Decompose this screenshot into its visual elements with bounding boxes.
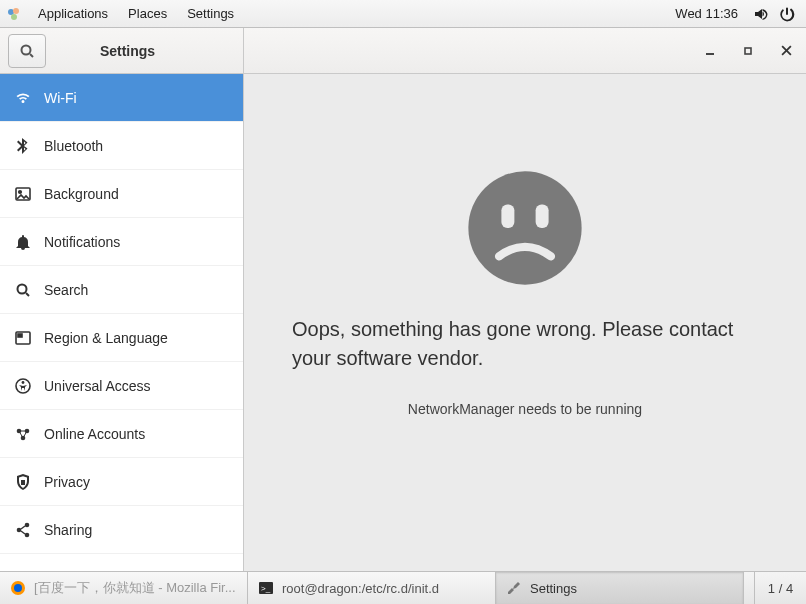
- window-title: Settings: [52, 43, 243, 59]
- error-detail: NetworkManager needs to be running: [292, 401, 758, 417]
- window-body: Wi-FiBluetoothBackgroundNotificationsSea…: [0, 74, 806, 571]
- power-icon[interactable]: [774, 6, 800, 22]
- svg-rect-14: [18, 334, 22, 337]
- svg-point-33: [14, 584, 22, 592]
- taskbar-item-label: root@dragon:/etc/rc.d/init.d: [282, 581, 439, 596]
- search-button[interactable]: [8, 34, 46, 68]
- svg-point-29: [468, 171, 581, 284]
- sidebar-item-label: Bluetooth: [44, 138, 103, 154]
- sidebar-item-region-language[interactable]: Region & Language: [0, 314, 243, 362]
- settings-tool-icon: [506, 580, 522, 596]
- bluetooth-icon: [14, 138, 32, 154]
- workspace-indicator[interactable]: 1 / 4: [754, 572, 806, 604]
- bell-icon: [14, 234, 32, 250]
- bottom-taskbar: [百度一下，你就知道 - Mozilla Fir...>_root@dragon…: [0, 571, 806, 604]
- privacy-icon: [14, 474, 32, 490]
- settings-sidebar: Wi-FiBluetoothBackgroundNotificationsSea…: [0, 74, 244, 571]
- titlebar-left: Settings: [0, 28, 244, 73]
- svg-point-24: [25, 522, 30, 527]
- sidebar-item-wi-fi[interactable]: Wi-Fi: [0, 74, 243, 122]
- sad-face-icon: [466, 169, 584, 287]
- sharing-icon: [14, 522, 32, 538]
- search-icon: [14, 282, 32, 298]
- svg-line-27: [21, 526, 25, 529]
- minimize-button[interactable]: [700, 41, 720, 61]
- menu-settings[interactable]: Settings: [177, 6, 244, 21]
- background-icon: [14, 187, 32, 201]
- content-pane: Oops, something has gone wrong. Please c…: [244, 74, 806, 571]
- svg-point-11: [18, 284, 27, 293]
- taskbar-item-label: Settings: [530, 581, 577, 596]
- close-button[interactable]: [776, 41, 796, 61]
- taskbar-item[interactable]: >_root@dragon:/etc/rc.d/init.d: [248, 572, 496, 604]
- svg-rect-30: [501, 204, 514, 228]
- taskbar-item-label: [百度一下，你就知道 - Mozilla Fir...: [34, 579, 236, 597]
- svg-point-16: [22, 381, 25, 384]
- region-icon: [14, 331, 32, 345]
- svg-point-2: [11, 14, 17, 20]
- svg-point-1: [13, 8, 19, 14]
- sidebar-item-label: Background: [44, 186, 119, 202]
- svg-line-4: [30, 54, 33, 57]
- maximize-button[interactable]: [738, 41, 758, 61]
- sidebar-item-label: Region & Language: [44, 330, 168, 346]
- svg-line-12: [26, 293, 29, 296]
- settings-window: Settings Wi-FiBluetoothBackgroundNotific…: [0, 28, 806, 571]
- accessibility-icon: [14, 378, 32, 394]
- svg-point-26: [25, 532, 30, 537]
- svg-point-3: [22, 45, 31, 54]
- sidebar-item-privacy[interactable]: Privacy: [0, 458, 243, 506]
- sidebar-item-background[interactable]: Background: [0, 170, 243, 218]
- svg-line-28: [21, 531, 25, 534]
- wifi-icon: [14, 90, 32, 106]
- svg-point-0: [8, 9, 14, 15]
- svg-rect-6: [745, 48, 751, 54]
- error-message: Oops, something has gone wrong. Please c…: [292, 315, 758, 373]
- sidebar-item-label: Universal Access: [44, 378, 151, 394]
- taskbar-item[interactable]: Settings: [496, 572, 744, 604]
- sidebar-item-bluetooth[interactable]: Bluetooth: [0, 122, 243, 170]
- menu-places[interactable]: Places: [118, 6, 177, 21]
- sidebar-item-sharing[interactable]: Sharing: [0, 506, 243, 554]
- svg-rect-23: [21, 480, 25, 485]
- sidebar-item-label: Sharing: [44, 522, 92, 538]
- sidebar-item-label: Search: [44, 282, 88, 298]
- svg-text:>_: >_: [261, 584, 271, 593]
- sidebar-item-online-accounts[interactable]: Online Accounts: [0, 410, 243, 458]
- sidebar-item-notifications[interactable]: Notifications: [0, 218, 243, 266]
- sidebar-item-universal-access[interactable]: Universal Access: [0, 362, 243, 410]
- sidebar-item-label: Online Accounts: [44, 426, 145, 442]
- clock[interactable]: Wed 11:36: [665, 6, 748, 21]
- sidebar-item-label: Wi-Fi: [44, 90, 77, 106]
- taskbar-item[interactable]: [百度一下，你就知道 - Mozilla Fir...: [0, 572, 248, 604]
- svg-point-10: [19, 190, 22, 193]
- sidebar-item-label: Notifications: [44, 234, 120, 250]
- terminal-icon: >_: [258, 580, 274, 596]
- titlebar: Settings: [0, 28, 806, 74]
- sidebar-item-label: Privacy: [44, 474, 90, 490]
- svg-rect-5: [706, 53, 714, 55]
- sidebar-item-search[interactable]: Search: [0, 266, 243, 314]
- top-menubar: Applications Places Settings Wed 11:36: [0, 0, 806, 28]
- svg-point-25: [17, 527, 22, 532]
- online-accounts-icon: [14, 427, 32, 441]
- menu-applications[interactable]: Applications: [28, 6, 118, 21]
- distro-icon: [6, 6, 22, 22]
- volume-icon[interactable]: [748, 6, 774, 22]
- titlebar-right: [244, 28, 806, 73]
- firefox-icon: [10, 580, 26, 596]
- svg-rect-31: [536, 204, 549, 228]
